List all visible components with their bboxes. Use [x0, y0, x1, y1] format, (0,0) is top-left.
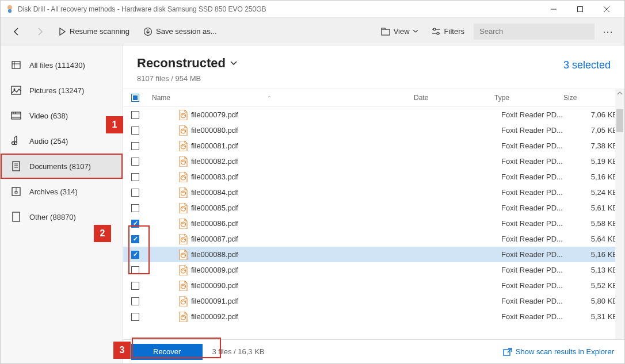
row-checkbox[interactable]	[131, 313, 139, 321]
sidebar-item-all-files[interactable]: All files (111430)	[1, 52, 123, 78]
sidebar-item-audio[interactable]: Audio (254)	[1, 128, 123, 154]
file-size: 5,80 KB	[570, 297, 618, 305]
scrollbar-thumb[interactable]	[616, 109, 623, 132]
svg-rect-1	[8, 9, 12, 13]
sliders-icon	[432, 28, 441, 36]
svg-rect-12	[12, 62, 20, 68]
file-size: 5,16 KB	[570, 250, 618, 259]
pdf-file-icon	[178, 250, 188, 260]
select-all-checkbox[interactable]	[131, 94, 139, 102]
file-name: file000081.pdf	[191, 141, 421, 150]
sidebar-item-label: Video (638)	[29, 112, 68, 120]
file-size: 7,06 KB	[570, 110, 618, 119]
window-controls	[540, 1, 620, 18]
file-type: Foxit Reader PD...	[501, 157, 570, 166]
file-size: 5,16 KB	[570, 173, 618, 181]
sidebar-item-documents[interactable]: Documents (8107)	[1, 154, 123, 179]
row-checkbox[interactable]	[131, 158, 139, 166]
nav-forward-button[interactable]	[31, 22, 49, 41]
file-name: file000088.pdf	[191, 250, 421, 259]
column-name[interactable]: Name⌃	[152, 94, 414, 102]
table-header: Name⌃ Date Type Size	[123, 89, 624, 107]
table-row[interactable]: file000087.pdfFoxit Reader PD...5,64 KB	[123, 231, 624, 247]
external-link-icon	[503, 348, 512, 356]
pdf-file-icon	[178, 281, 188, 291]
annotation-callout-1: 1	[106, 116, 123, 133]
sidebar-item-video[interactable]: Video (638)	[1, 103, 123, 128]
filters-label: Filters	[444, 27, 464, 36]
file-type: Foxit Reader PD...	[501, 110, 570, 119]
table-row[interactable]: file000090.pdfFoxit Reader PD...5,52 KB	[123, 278, 624, 293]
table-row[interactable]: file000085.pdfFoxit Reader PD...5,61 KB	[123, 200, 624, 216]
annotation-highlight-checkboxes	[128, 225, 150, 274]
minimize-button[interactable]	[540, 1, 567, 18]
maximize-button[interactable]	[567, 1, 593, 18]
pdf-file-icon	[178, 296, 188, 306]
file-size: 5,58 KB	[570, 219, 618, 228]
chevron-down-icon	[413, 30, 418, 33]
resume-scanning-button[interactable]: Resume scanning	[54, 27, 134, 36]
scroll-up-icon[interactable]	[615, 90, 624, 96]
titlebar: Disk Drill - All recovery methods - Hard…	[1, 1, 624, 18]
file-type: Foxit Reader PD...	[501, 219, 570, 228]
more-button[interactable]: ⋯	[599, 22, 618, 41]
column-size[interactable]: Size	[563, 94, 618, 102]
file-type: Foxit Reader PD...	[501, 173, 570, 181]
table-row[interactable]: file000091.pdfFoxit Reader PD...5,80 KB	[123, 293, 624, 309]
file-name: file000079.pdf	[191, 110, 421, 119]
row-checkbox[interactable]	[131, 282, 139, 290]
nav-back-button[interactable]	[7, 22, 26, 41]
file-type: Foxit Reader PD...	[501, 188, 570, 197]
annotation-callout-2: 2	[94, 225, 111, 242]
sidebar-item-pictures[interactable]: Pictures (13247)	[1, 78, 123, 103]
pdf-file-icon	[178, 125, 188, 136]
row-checkbox[interactable]	[131, 204, 139, 212]
file-name: file000084.pdf	[191, 188, 421, 197]
table-row[interactable]: file000089.pdfFoxit Reader PD...5,13 KB	[123, 262, 624, 278]
file-name: file000082.pdf	[191, 157, 421, 166]
documents-icon	[11, 161, 21, 171]
table-row[interactable]: file000086.pdfFoxit Reader PD...5,58 KB	[123, 216, 624, 231]
pdf-file-icon	[178, 265, 188, 275]
file-type: Foxit Reader PD...	[501, 297, 570, 305]
table-row[interactable]: file000081.pdfFoxit Reader PD...7,38 KB	[123, 138, 624, 154]
row-checkbox[interactable]	[131, 173, 139, 181]
column-date[interactable]: Date	[414, 94, 494, 102]
file-type: Foxit Reader PD...	[501, 204, 570, 212]
row-checkbox[interactable]	[131, 297, 139, 305]
row-checkbox[interactable]	[131, 111, 139, 119]
file-size: 7,05 KB	[570, 126, 618, 135]
row-checkbox[interactable]	[131, 189, 139, 197]
table-row[interactable]: file000088.pdfFoxit Reader PD...5,16 KB	[123, 247, 624, 262]
file-list-scrollbar[interactable]	[615, 107, 624, 339]
filters-button[interactable]: Filters	[427, 27, 469, 36]
save-session-button[interactable]: Save session as...	[139, 27, 222, 36]
table-row[interactable]: file000092.pdfFoxit Reader PD...5,31 KB	[123, 309, 624, 324]
pictures-icon	[11, 85, 21, 95]
file-list: file000079.pdfFoxit Reader PD...7,06 KBf…	[123, 107, 624, 339]
table-row[interactable]: file000080.pdfFoxit Reader PD...7,05 KB	[123, 122, 624, 138]
scrollbar-gutter	[615, 89, 624, 108]
pdf-file-icon	[178, 312, 188, 322]
table-row[interactable]: file000079.pdfFoxit Reader PD...7,06 KB	[123, 107, 624, 122]
file-name: file000083.pdf	[191, 173, 421, 181]
sidebar-item-archives[interactable]: Archives (314)	[1, 179, 123, 204]
view-dropdown[interactable]: View	[376, 27, 422, 36]
file-name: file000090.pdf	[191, 281, 421, 290]
table-row[interactable]: file000082.pdfFoxit Reader PD...5,19 KB	[123, 154, 624, 169]
column-type[interactable]: Type	[494, 94, 563, 102]
category-dropdown[interactable]: Reconstructed	[137, 56, 237, 71]
download-icon	[143, 27, 153, 36]
category-subtitle: 8107 files / 954 MB	[137, 74, 237, 83]
close-button[interactable]	[593, 1, 620, 18]
svg-point-11	[437, 32, 439, 35]
show-in-explorer-link[interactable]: Show scan results in Explorer	[503, 347, 614, 356]
table-row[interactable]: file000084.pdfFoxit Reader PD...5,24 KB	[123, 185, 624, 200]
row-checkbox[interactable]	[131, 142, 139, 150]
file-size: 5,31 KB	[570, 312, 618, 321]
svg-rect-30	[15, 191, 17, 193]
table-row[interactable]: file000083.pdfFoxit Reader PD...5,16 KB	[123, 169, 624, 185]
file-name: file000080.pdf	[191, 126, 421, 135]
search-input[interactable]	[474, 24, 594, 40]
row-checkbox[interactable]	[131, 127, 139, 135]
